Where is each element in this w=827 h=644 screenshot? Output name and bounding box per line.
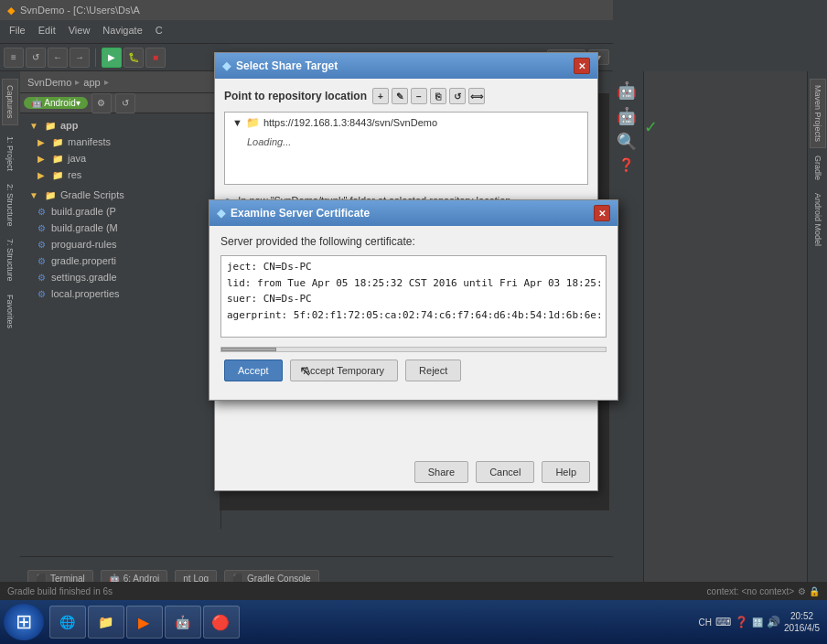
tree-item-gradle-props[interactable]: ⚙ gradle.properti [24,252,217,269]
reject-btn[interactable]: Reject [405,360,461,381]
tree-item-settings-gradle[interactable]: ⚙ settings.gradle [24,269,217,285]
share-dialog-close-btn[interactable]: ✕ [574,58,590,74]
right-tab-android[interactable]: Android Model [811,188,824,252]
tree-gear-btn[interactable]: ⚙ [91,93,112,113]
gradle-icon-1: ⚙ [35,205,48,218]
copy-repo-btn[interactable]: ⎘ [430,88,446,104]
toolbar-run-btn[interactable]: ▶ [102,48,122,68]
cert-line-2: lid: from Tue Apr 05 18:25:32 CST 2016 u… [227,275,600,292]
check-mark: ✓ [644,117,658,137]
tree-label-java: java [68,153,86,164]
tree-item-java[interactable]: ▶ 📁 java [24,150,217,166]
folder-app: 📁 [44,119,57,132]
taskbar-android-btn[interactable]: 🤖 [165,606,201,639]
toolbar-debug-btn[interactable]: 🐛 [124,48,144,68]
cert-info-box: ject: CN=Ds-PC lid: from Tue Apr 05 18:2… [220,255,607,338]
proguard-icon: ⚙ [35,238,48,251]
edit-repo-btn[interactable]: ✎ [392,88,408,104]
android-icon-2: 🤖 [617,106,637,126]
tree-label-build-m: build.gradle (M [51,222,118,233]
toolbar-back-btn[interactable]: ← [48,48,68,68]
tree-item-local-props[interactable]: ⚙ local.properties [24,285,217,302]
cert-scrollbar-thumb [221,348,276,351]
tree-item-gradle-scripts[interactable]: ▼ 📁 Gradle Scripts [24,187,217,203]
tree-item-app[interactable]: ▼ 📁 app [24,117,217,134]
taskbar-clock[interactable]: 20:52 2016/4/5 [784,610,820,634]
side-tab-structure7[interactable]: 7: Structure [4,233,16,287]
taskbar-app-btn[interactable]: 🔴 [203,606,240,639]
toolbar-project-icon: ≡ [11,52,16,62]
android-selector[interactable]: 🤖 Android▾ [24,97,88,109]
tree-item-build-gradle-p[interactable]: ⚙ build.gradle (P [24,203,217,220]
project-tree: ▼ 📁 app ▶ 📁 manifests ▶ 📁 java ▶ 📁 res ▼… [20,113,220,306]
gradle-icon-2: ⚙ [35,221,48,234]
taskbar-explorer-btn[interactable]: 📁 [88,606,124,639]
share-toolbar: + ✎ − ⎘ ↺ ⟺ [372,88,485,104]
toolbar-sync-btn[interactable]: ↺ [26,48,46,68]
repo-tree: ▼ 📁 https://192.168.1.3:8443/svn/SvnDemo… [224,112,588,185]
tree-item-proguard[interactable]: ⚙ proguard-rules [24,236,217,252]
repo-loading: Loading... [225,133,587,151]
right-tab-maven[interactable]: Maven Projects [810,79,826,148]
menu-view[interactable]: View [63,23,96,38]
context-text: context: <no context> [707,586,795,596]
ide-title: SvnDemo - [C:\Users\Ds\A [20,5,140,16]
side-tab-project[interactable]: 1: Project [4,131,16,177]
cert-line-1: ject: CN=Ds-PC [227,259,600,275]
tree-refresh-btn[interactable]: ↺ [115,93,135,113]
accept-btn[interactable]: Accept [224,360,283,381]
android-search-icon: 🔍 [617,132,637,152]
folder-icon-app: ▼ [27,119,40,132]
android-taskbar-icon: 🤖 [173,613,191,631]
folder-manifests: 📁 [51,135,64,148]
tree-item-build-gradle-m[interactable]: ⚙ build.gradle (M [24,220,217,236]
menu-file[interactable]: File [4,23,31,38]
cert-buttons: Accept Accept Temporary Reject [220,360,607,381]
share-btn[interactable]: Share [414,461,468,483]
side-tab-captures[interactable]: Captures [2,79,18,125]
cert-line-4: agerprint: 5f:02:f1:72:05:ca:02:74:c6:f7… [227,307,600,324]
status-icons: ⚙ 🔒 [798,586,820,596]
taskbar-question: ❓ [735,616,748,628]
cert-close-btn[interactable]: ✕ [594,205,610,221]
menu-more[interactable]: C [150,23,168,38]
tree-label-gradle: Gradle Scripts [60,189,124,200]
taskbar-keyboard-icon: ⌨ [715,616,731,628]
toolbar-fwd-btn[interactable]: → [70,48,90,68]
help-btn[interactable]: Help [542,461,590,483]
cert-title-bar: ◆ Examine Server Certificate ✕ [209,200,618,226]
taskbar-media-btn[interactable]: ▶ [126,606,163,639]
right-tab-gradle[interactable]: Gradle [811,150,824,186]
add-repo-btn[interactable]: + [372,88,389,104]
tree-arrow: ▼ [232,117,242,128]
tree-item-res[interactable]: ▶ 📁 res [24,166,217,183]
tree-item-manifests[interactable]: ▶ 📁 manifests [24,134,217,150]
refresh-repo-btn[interactable]: ↺ [449,88,466,104]
status-text: Gradle build finished in 6s [7,586,113,596]
toolbar-stop-btn[interactable]: ■ [145,48,166,68]
ide-topbar: ◆ SvnDemo - [C:\Users\Ds\A File Edit Vie… [0,0,613,44]
android-icon-1: 🤖 [617,80,637,101]
taskbar-lang: 🔠 [752,617,763,628]
folder-res: 📁 [51,168,64,181]
accept-temporary-btn[interactable]: Accept Temporary [290,360,398,381]
menu-navigate[interactable]: Navigate [97,23,147,38]
tree-label-manifests: manifests [68,136,111,147]
gradle-props-icon: ⚙ [35,254,48,267]
cancel-btn[interactable]: Cancel [476,461,534,483]
ide-icon: ◆ [7,5,15,16]
taskbar-ie-btn[interactable]: 🌐 [49,606,86,639]
repo-tree-item[interactable]: ▼ 📁 https://192.168.1.3:8443/svn/SvnDemo [225,113,587,133]
start-button[interactable]: ⊞ [4,604,44,640]
app-label: app [83,77,100,88]
menu-edit[interactable]: Edit [33,23,61,38]
local-props-icon: ⚙ [35,287,48,300]
side-tab-favorites[interactable]: Favorites [4,289,16,334]
side-tab-structure[interactable]: 2: Structure [4,178,16,232]
sync-repo-btn[interactable]: ⟺ [468,88,485,104]
remove-repo-btn[interactable]: − [411,88,427,104]
toolbar-project-btn[interactable]: ≡ [4,48,24,68]
clock-time: 20:52 [784,610,820,622]
cert-scrollbar[interactable] [220,347,607,352]
ide-title-bar: ◆ SvnDemo - [C:\Users\Ds\A [0,0,613,20]
